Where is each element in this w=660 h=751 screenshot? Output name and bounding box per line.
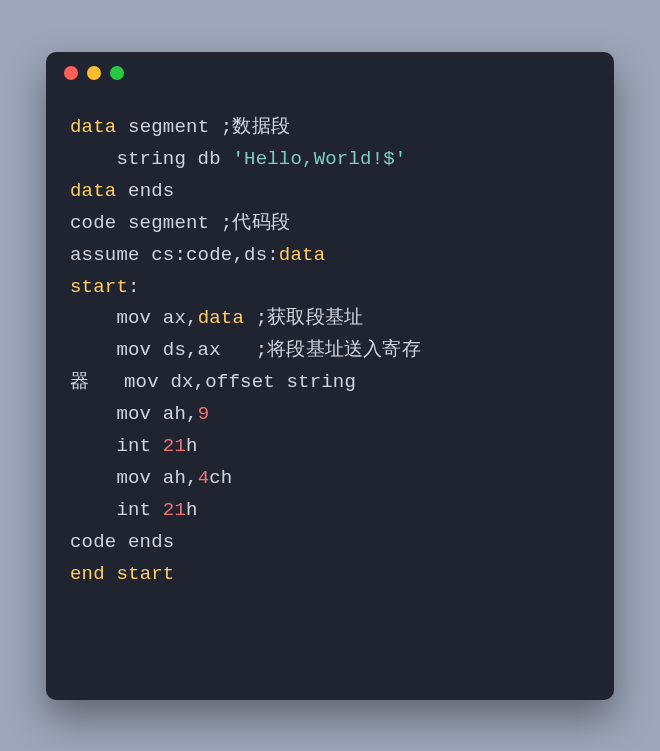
code-token: data xyxy=(70,180,116,202)
code-token: int xyxy=(70,499,163,521)
code-line: mov ds,ax ;将段基址送入寄存 xyxy=(70,339,421,361)
zoom-icon[interactable] xyxy=(110,66,124,80)
code-line: code ends xyxy=(70,531,174,553)
code-line: int 21h xyxy=(70,499,198,521)
code-line: end start xyxy=(70,563,174,585)
code-token: data xyxy=(198,307,244,329)
code-line: mov ah,4ch xyxy=(70,467,232,489)
code-token: 'Hello,World!$' xyxy=(232,148,406,170)
code-line: string db 'Hello,World!$' xyxy=(70,148,406,170)
code-token: 9 xyxy=(198,403,210,425)
code-token: ch xyxy=(209,467,232,489)
window-titlebar xyxy=(46,52,614,94)
code-token: segment ;数据段 xyxy=(116,116,290,138)
code-window: data segment ;数据段 string db 'Hello,World… xyxy=(46,52,614,700)
code-token: 器 mov dx,offset string xyxy=(70,371,356,393)
code-token xyxy=(105,563,117,585)
code-token: 21 xyxy=(163,435,186,457)
code-line: int 21h xyxy=(70,435,198,457)
code-token: data xyxy=(70,116,116,138)
code-line: assume cs:code,ds:data xyxy=(70,244,325,266)
code-token: mov ah, xyxy=(70,403,198,425)
code-token: 4 xyxy=(198,467,210,489)
code-token: h xyxy=(186,499,198,521)
code-token: end xyxy=(70,563,105,585)
code-token: assume cs:code,ds: xyxy=(70,244,279,266)
code-token: data xyxy=(279,244,325,266)
code-content: data segment ;数据段 string db 'Hello,World… xyxy=(46,94,614,591)
code-line: start: xyxy=(70,276,140,298)
code-line: code segment ;代码段 xyxy=(70,212,290,234)
code-line: mov ax,data ;获取段基址 xyxy=(70,307,363,329)
code-line: data segment ;数据段 xyxy=(70,116,290,138)
code-token: ;获取段基址 xyxy=(244,307,363,329)
code-line: mov ah,9 xyxy=(70,403,209,425)
code-token: mov ax, xyxy=(70,307,198,329)
code-token: string db xyxy=(70,148,232,170)
code-token: start xyxy=(116,563,174,585)
code-token: int xyxy=(70,435,163,457)
code-line: data ends xyxy=(70,180,174,202)
close-icon[interactable] xyxy=(64,66,78,80)
code-token: ends xyxy=(116,180,174,202)
code-token: h xyxy=(186,435,198,457)
code-token: code segment ;代码段 xyxy=(70,212,290,234)
code-line: 器 mov dx,offset string xyxy=(70,371,356,393)
code-token: code ends xyxy=(70,531,174,553)
code-token: : xyxy=(128,276,140,298)
code-token: start xyxy=(70,276,128,298)
minimize-icon[interactable] xyxy=(87,66,101,80)
code-token: mov ah, xyxy=(70,467,198,489)
code-token: mov ds,ax ;将段基址送入寄存 xyxy=(70,339,421,361)
code-token: 21 xyxy=(163,499,186,521)
